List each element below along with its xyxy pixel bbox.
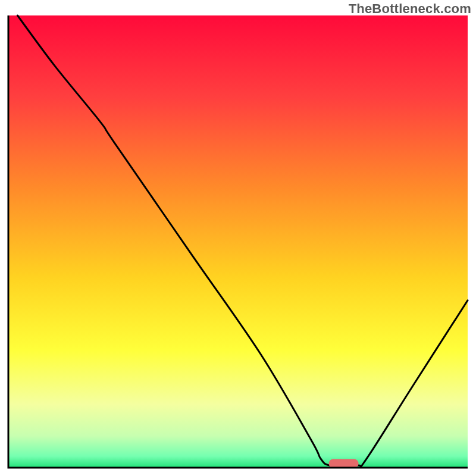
optimal-range-marker (328, 459, 358, 468)
plot-background (8, 15, 468, 468)
bottleneck-chart (0, 0, 476, 476)
watermark-label: TheBottleneck.com (349, 1, 471, 17)
chart-container: TheBottleneck.com (0, 0, 476, 476)
